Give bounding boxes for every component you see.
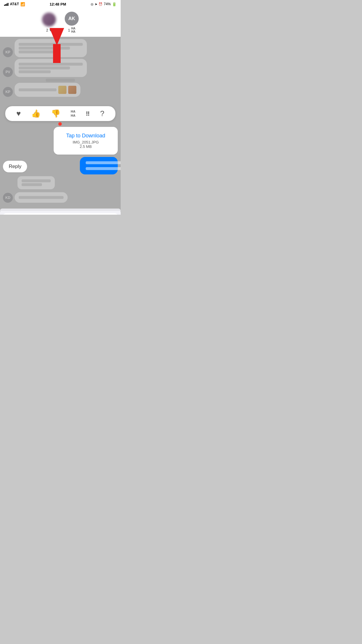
location-arrow-icon: ➤ [95,2,97,6]
thumbsup-reaction-button[interactable]: 👍 [31,109,41,118]
exclaim-reaction-button[interactable]: ‼ [86,110,89,118]
alarm-icon: ⏰ [99,2,103,6]
signal-bar-2 [5,4,6,6]
status-bar: AT&T 📶 12:48 PM ◎ ➤ ⏰ 74% 🔋 [0,0,121,8]
reaction-bar-container: ♥ 👍 👎 HAHA ‼ ? [0,106,121,121]
thumbsdown-reaction-button[interactable]: 👎 [51,109,60,118]
reaction-item-1[interactable]: 2 ♥ [42,13,56,32]
reaction-count-2: 1 HAHA [68,27,75,33]
download-area: Tap to Download IMG_2051.JPG 2.5 MB Repl… [0,126,121,174]
avatar-initials-ak: AK [68,16,75,21]
chat-container: KP PV KP [0,37,121,215]
reaction-item-2[interactable]: AK 1 HAHA [65,12,79,33]
file-size-label: 2.5 MB [59,144,112,149]
download-bubble[interactable]: Tap to Download IMG_2051.JPG 2.5 MB [54,127,118,155]
action-sheet: Reply More... [0,209,121,215]
tap-to-download-label[interactable]: Tap to Download [59,133,112,139]
battery-label: 74% [104,2,111,6]
reaction-avatar-2: AK [65,12,79,26]
signal-bar-1 [4,5,5,6]
reply-row: Reply [3,157,118,174]
reaction-count-1: 2 ♥ [46,28,52,32]
file-name-label: IMG_2051.JPG [59,140,112,144]
carrier-label: AT&T [10,2,19,6]
status-left: AT&T 📶 [4,2,25,6]
blue-bubble [80,157,118,174]
heart-reaction-icon: ♥ [49,28,52,32]
reaction-avatar-1 [42,13,56,27]
red-indicator-dot [58,122,62,126]
signal-bars [4,2,8,6]
action-sheet-card: Reply More... [2,213,118,215]
reply-action-button[interactable]: Reply [2,213,118,215]
wifi-icon: 📶 [20,2,25,6]
heart-reaction-button[interactable]: ♥ [16,109,21,118]
battery-icon: 🔋 [112,2,117,6]
signal-bar-3 [6,4,7,6]
haha-reaction-button[interactable]: HAHA [71,110,75,117]
location-icon: ◎ [91,2,94,6]
reactions-panel: 2 ♥ AK 1 HAHA [0,8,121,37]
question-reaction-button[interactable]: ? [100,109,104,118]
status-time: 12:48 PM [50,2,66,6]
haha-reaction-icon: HAHA [71,27,75,33]
reaction-count-label-1: 2 [46,28,48,32]
signal-bar-4 [8,3,8,6]
reply-inline-button[interactable]: Reply [3,161,27,172]
status-right: ◎ ➤ ⏰ 74% 🔋 [91,2,117,6]
reaction-count-label-2: 1 [68,28,70,32]
reaction-bar: ♥ 👍 👎 HAHA ‼ ? [5,106,115,121]
